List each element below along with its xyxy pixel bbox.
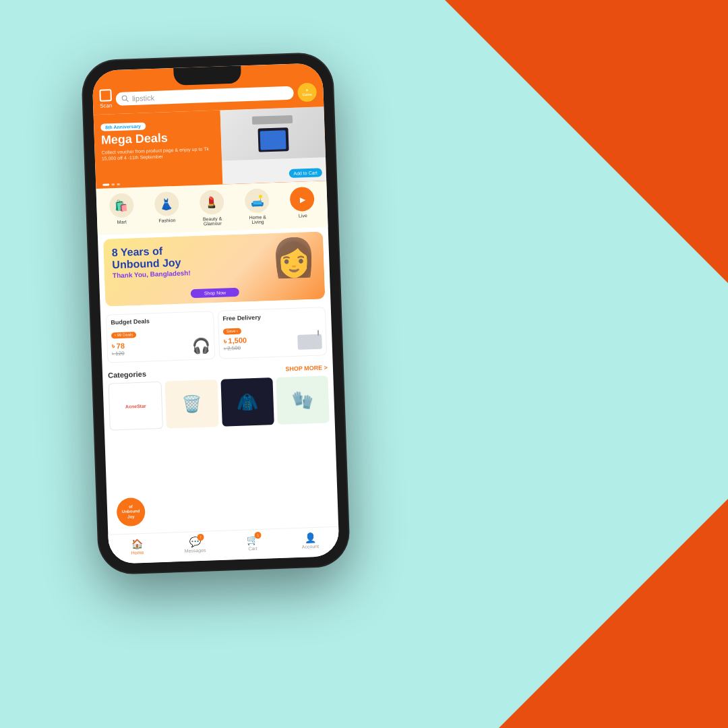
free-delivery-title: Free Delivery: [222, 312, 321, 322]
phone-mockup: Scan lipstick + Coins: [82, 53, 349, 574]
headphones-icon: 🎧: [191, 337, 210, 355]
fashion-label: Fashion: [158, 218, 175, 223]
person-illustration: 👩: [270, 235, 317, 280]
shop-more-link[interactable]: SHOP MORE >: [285, 364, 328, 372]
free-delivery-content: ৳ 1,500 ৳ 2,500: [223, 334, 322, 353]
svg-line-1: [127, 99, 129, 101]
mart-label: Mart: [117, 220, 127, 224]
beauty-icon: 💄: [200, 189, 224, 214]
hero-product-image: [220, 107, 326, 160]
scan-button[interactable]: Scan: [99, 89, 112, 109]
messages-nav-label: Messages: [184, 548, 206, 553]
category-home[interactable]: 🛋️ Home &Living: [245, 188, 270, 224]
home-nav-icon: 🏠: [131, 538, 144, 549]
hero-left: 8th Anniversary Mega Deals Collect vouch…: [94, 111, 223, 189]
phone-screen: Scan lipstick + Coins: [92, 63, 339, 564]
categories-grid: AcneStar 🗑️ 🧥 🧤: [109, 375, 330, 430]
category-beauty[interactable]: 💄 Beauty &Glamour: [200, 189, 225, 226]
stand-emoji: 🗑️: [181, 394, 202, 414]
glove-emoji: 🧤: [291, 390, 313, 411]
category-card-coat[interactable]: 🧥: [220, 377, 274, 427]
anniversary-banner[interactable]: 8 Years of Unbound Joy Thank You, Bangla…: [103, 231, 325, 306]
nav-cart[interactable]: 🛒 1 Cart: [223, 533, 281, 552]
coat-emoji: 🧥: [236, 391, 258, 413]
account-nav-label: Account: [302, 544, 320, 549]
cart-nav-label: Cart: [248, 546, 257, 551]
category-card-stand[interactable]: 🗑️: [165, 380, 219, 429]
category-live[interactable]: ▶ Live: [290, 187, 315, 223]
budget-deals-card[interactable]: Budget Deals ৳ 99 Deals ৳ 78 ৳ 120 🎧: [106, 311, 215, 363]
search-text: lipstick: [132, 93, 154, 102]
fashion-icon: 👗: [154, 191, 179, 216]
joy-text: Unbound Joy: [112, 256, 190, 271]
screen-content: Scan lipstick + Coins: [92, 63, 339, 564]
free-delivery-badge: Save ৳: [223, 328, 242, 335]
anniversary-text: 8 Years of Unbound Joy Thank You, Bangla…: [111, 244, 190, 279]
search-icon: [121, 94, 129, 102]
category-card-pharma[interactable]: AcneStar: [109, 382, 164, 431]
nav-messages[interactable]: 💬 7 Messages: [166, 535, 224, 554]
svg-point-0: [122, 95, 127, 100]
nav-account[interactable]: 👤 Account: [281, 531, 339, 550]
mart-icon: 🛍️: [109, 193, 133, 218]
triangle-top-right: [445, 0, 728, 283]
messages-nav-icon: 💬 7: [189, 536, 201, 547]
hero-banner: 8th Anniversary Mega Deals Collect vouch…: [94, 107, 327, 189]
category-mart[interactable]: 🛍️ Mart: [109, 193, 134, 229]
category-fashion[interactable]: 👗 Fashion: [154, 191, 179, 228]
messages-badge: 7: [197, 534, 204, 541]
home-nav-label: Home: [131, 550, 144, 555]
budget-content: ৳ 78 ৳ 120 🎧: [111, 337, 210, 358]
category-card-glove[interactable]: 🧤: [276, 375, 330, 425]
badge-text: ofUnboundJoy: [122, 504, 140, 519]
category-icons-row: 🛍️ Mart 👗 Fashion 💄 Beauty &Glamour 🛋️ H…: [96, 181, 328, 235]
budget-price: ৳ 78: [111, 341, 125, 351]
cart-nav-icon: 🛒 1: [247, 534, 259, 545]
dot-3: [117, 183, 120, 185]
search-bar[interactable]: lipstick: [116, 86, 294, 105]
mega-deals-title: Mega Deals: [101, 130, 215, 148]
budget-badge: ৳ 99 Deals: [111, 332, 137, 338]
hero-right: Add to Cart: [220, 107, 327, 184]
budget-old-price: ৳ 120: [112, 350, 125, 357]
cart-badge: 1: [255, 532, 262, 539]
phone-body: Scan lipstick + Coins: [82, 53, 349, 574]
dot-2: [111, 183, 115, 185]
home-label: Home &Living: [249, 214, 266, 224]
free-delivery-price: ৳ 1,500: [223, 336, 247, 345]
live-icon: ▶: [290, 187, 315, 212]
free-delivery-card[interactable]: Free Delivery Save ৳ ৳ 1,500 ৳ 2,500: [218, 307, 327, 359]
add-to-cart-button[interactable]: Add to Cart: [289, 168, 322, 178]
scan-icon: [99, 89, 112, 102]
nav-home[interactable]: 🏠 Home: [109, 537, 166, 556]
home-icon: 🛋️: [245, 188, 270, 213]
live-label: Live: [299, 213, 307, 218]
free-delivery-old-price: ৳ 2,500: [224, 344, 247, 352]
hero-description: Collect voucher from product page & enjo…: [101, 146, 215, 162]
shop-now-button[interactable]: Shop Now: [191, 288, 240, 299]
deals-row: Budget Deals ৳ 99 Deals ৳ 78 ৳ 120 🎧 Fre…: [100, 303, 333, 367]
anniversary-badge: 8th Anniversary: [100, 122, 146, 131]
categories-section: Categories SHOP MORE > AcneStar 🗑️ 🧥: [102, 359, 335, 431]
router-icon: [297, 334, 322, 349]
categories-title: Categories: [108, 370, 146, 380]
scan-label: Scan: [100, 102, 113, 109]
phone-notch: [173, 65, 241, 85]
budget-deals-title: Budget Deals: [111, 315, 209, 326]
dot-1: [102, 183, 109, 185]
account-nav-icon: 👤: [304, 532, 316, 543]
coins-button[interactable]: + Coins: [297, 82, 317, 102]
pharma-label: AcneStar: [125, 403, 146, 408]
beauty-label: Beauty &Glamour: [203, 216, 222, 226]
coins-label: Coins: [303, 92, 312, 96]
